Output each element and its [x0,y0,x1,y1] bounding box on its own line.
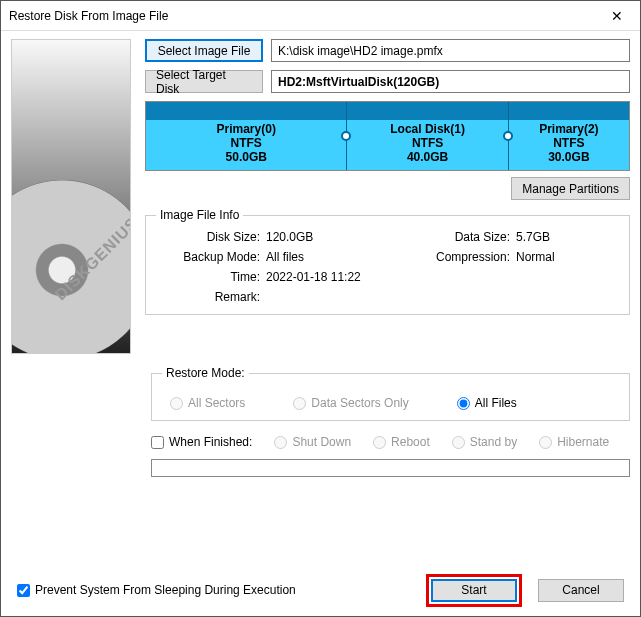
target-disk-field[interactable]: HD2:MsftVirtualDisk(120GB) [271,70,630,93]
partition-size: 40.0GB [407,150,448,164]
prevent-sleep-checkbox[interactable]: Prevent System From Sleeping During Exec… [17,583,410,597]
partition-2[interactable]: Primary(2) NTFS 30.0GB [509,102,629,170]
disk-size-value: 120.0GB [266,230,406,244]
radio-input [452,436,465,449]
radio-input [293,397,306,410]
data-size-label: Data Size: [406,230,516,244]
radio-hibernate: Hibernate [539,435,609,449]
side-illustration: DISKGENIUS [11,39,131,354]
backup-mode-value: All files [266,250,406,264]
radio-data-sectors-only: Data Sectors Only [293,396,408,410]
partition-name: Primary(2) [539,122,598,136]
radio-label: Reboot [391,435,430,449]
radio-label: Stand by [470,435,517,449]
image-path-field[interactable]: K:\disk image\HD2 image.pmfx [271,39,630,62]
compression-label: Compression: [406,250,516,264]
backup-mode-label: Backup Mode: [156,250,266,264]
partition-size: 30.0GB [548,150,589,164]
radio-label: All Files [475,396,517,410]
partition-handle-icon[interactable] [503,131,513,141]
select-image-button[interactable]: Select Image File [145,39,263,62]
partition-name: Local Disk(1) [390,122,465,136]
radio-shut-down: Shut Down [274,435,351,449]
time-label: Time: [156,270,266,284]
radio-reboot: Reboot [373,435,430,449]
image-file-info-group: Image File Info Disk Size: 120.0GB Data … [145,208,630,315]
checkbox-input[interactable] [151,436,164,449]
restore-mode-legend: Restore Mode: [162,366,249,380]
disk-size-label: Disk Size: [156,230,266,244]
radio-label: Data Sectors Only [311,396,408,410]
partition-fs: NTFS [553,136,584,150]
restore-mode-group: Restore Mode: All Sectors Data Sectors O… [151,366,630,421]
radio-input [539,436,552,449]
radio-input[interactable] [457,397,470,410]
partition-0[interactable]: Primary(0) NTFS 50.0GB [146,102,347,170]
close-icon[interactable]: ✕ [594,1,640,31]
prevent-sleep-label: Prevent System From Sleeping During Exec… [35,583,296,597]
partition-handle-icon[interactable] [341,131,351,141]
compression-value: Normal [516,250,616,264]
partition-size: 50.0GB [226,150,267,164]
radio-input [170,397,183,410]
window-title: Restore Disk From Image File [9,9,594,23]
when-finished-label: When Finished: [169,435,252,449]
radio-label: Shut Down [292,435,351,449]
radio-stand-by: Stand by [452,435,517,449]
radio-label: All Sectors [188,396,245,410]
partition-1[interactable]: Local Disk(1) NTFS 40.0GB [347,102,508,170]
radio-label: Hibernate [557,435,609,449]
partition-fs: NTFS [231,136,262,150]
start-button[interactable]: Start [431,579,517,602]
remark-value [266,290,406,304]
partition-bar[interactable]: Primary(0) NTFS 50.0GB Local Disk(1) NTF… [145,101,630,171]
radio-all-sectors: All Sectors [170,396,245,410]
titlebar: Restore Disk From Image File ✕ [1,1,640,31]
cancel-button[interactable]: Cancel [538,579,624,602]
radio-input [274,436,287,449]
radio-all-files[interactable]: All Files [457,396,517,410]
data-size-value: 5.7GB [516,230,616,244]
partition-name: Primary(0) [217,122,276,136]
partition-fs: NTFS [412,136,443,150]
when-finished-checkbox[interactable]: When Finished: [151,435,252,449]
bottom-bar: Prevent System From Sleeping During Exec… [1,564,640,616]
manage-partitions-button[interactable]: Manage Partitions [511,177,630,200]
start-highlight: Start [426,574,522,607]
time-value: 2022-01-18 11:22 [266,270,406,284]
radio-input [373,436,386,449]
select-target-button[interactable]: Select Target Disk [145,70,263,93]
progress-bar [151,459,630,477]
remark-label: Remark: [156,290,266,304]
checkbox-input[interactable] [17,584,30,597]
image-file-info-legend: Image File Info [156,208,243,222]
